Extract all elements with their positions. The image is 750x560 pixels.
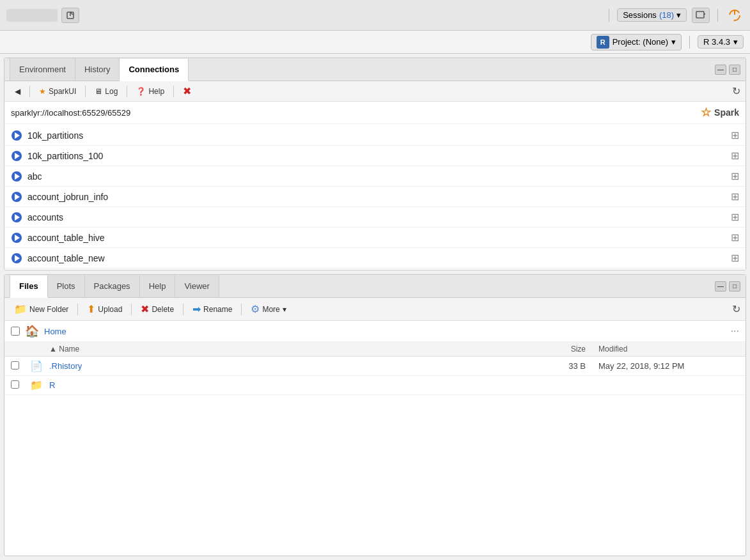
more-label: More (262, 305, 279, 314)
breadcrumb-more-icon[interactable]: ··· (731, 325, 739, 337)
refresh-icon[interactable]: ↻ (732, 85, 740, 97)
upload-label: Upload (98, 305, 122, 314)
sessions-button[interactable]: Sessions (18) ▾ (617, 8, 687, 22)
table-row[interactable]: account_table_new ⊞ (4, 248, 746, 268)
files-sep-2 (131, 304, 132, 315)
r-version-button[interactable]: R 3.4.3 ▾ (698, 35, 744, 49)
bottom-maximize-btn[interactable]: □ (729, 281, 740, 292)
toolbar-sep-1 (29, 86, 30, 97)
svg-rect-3 (696, 12, 704, 18)
grid-icon: ⊞ (731, 231, 739, 244)
top-panel: Environment History Connections — □ ◀ ★ … (4, 58, 746, 270)
play-icon (11, 191, 22, 203)
file-name-1[interactable]: .Rhistory (49, 361, 535, 371)
header-name[interactable]: ▲ Name (49, 345, 535, 354)
file-name-2[interactable]: R (49, 380, 535, 390)
project-bar: R Project: (None) ▾ R 3.4.3 ▾ (0, 31, 750, 54)
tab-plots[interactable]: Plots (48, 275, 85, 297)
files-sep-3 (183, 304, 184, 315)
bottom-minimize-btn[interactable]: — (715, 281, 726, 292)
toolbar-sep-4 (173, 86, 174, 97)
home-icon: 🏠 (25, 324, 39, 338)
maximize-btn[interactable]: □ (729, 65, 740, 75)
tab-files[interactable]: Files (10, 276, 48, 298)
r-version-dropdown-icon: ▾ (733, 37, 738, 47)
sessions-count: (18) (659, 10, 674, 20)
tab-help[interactable]: Help (140, 275, 176, 297)
spark-star-icon: ☆ (701, 105, 711, 120)
connection-bar: sparklyr://localhost:65529/65529 ☆ Spark (4, 102, 746, 124)
tab-history[interactable]: History (75, 58, 120, 81)
play-icon (11, 232, 22, 244)
sessions-dropdown-icon: ▾ (676, 10, 681, 20)
breadcrumb-bar: 🏠 Home ··· (4, 321, 746, 342)
disconnect-icon: ✖ (183, 85, 191, 97)
log-button[interactable]: 🖥 Log (90, 86, 123, 97)
table-row[interactable]: account_jobrun_info ⊞ (4, 187, 746, 207)
table-row[interactable]: account_table_hive ⊞ (4, 228, 746, 248)
sparkui-label: SparkUI (49, 87, 76, 96)
share-icon-btn[interactable] (61, 8, 79, 23)
file-table: ▲ Name Size Modified 📄 .Rhistory (4, 342, 746, 556)
grid-icon: ⊞ (731, 211, 739, 223)
tab-environment[interactable]: Environment (10, 58, 75, 81)
files-refresh-icon[interactable]: ↻ (732, 303, 740, 315)
new-folder-icon: 📁 (14, 303, 27, 315)
connection-url: sparklyr://localhost:65529/65529 (11, 108, 130, 118)
bottom-panel: Files Plots Packages Help Viewer — □ (4, 274, 746, 556)
help-button[interactable]: ❓ Help (131, 86, 169, 97)
r-badge: R (597, 36, 609, 49)
sparkui-button[interactable]: ★ SparkUI (34, 86, 81, 97)
upload-button[interactable]: ⬆ Upload (82, 302, 127, 316)
separator-1 (609, 9, 609, 22)
project-label: Project: (None) (613, 37, 668, 47)
table-row[interactable]: abc ⊞ (4, 166, 746, 187)
header-size: Size (535, 345, 598, 354)
help-icon: ❓ (136, 87, 146, 96)
panels-container: Environment History Connections — □ ◀ ★ … (0, 54, 750, 560)
grid-icon: ⊞ (731, 170, 739, 182)
new-folder-button[interactable]: 📁 New Folder (10, 302, 73, 316)
tab-packages[interactable]: Packages (85, 275, 140, 297)
file-row[interactable]: 📄 .Rhistory 33 B May 22, 2018, 9:12 PM (4, 357, 746, 376)
project-button[interactable]: R Project: (None) ▾ (591, 34, 682, 51)
log-icon: 🖥 (95, 87, 102, 96)
spark-text: Spark (714, 107, 739, 118)
files-sep-1 (77, 304, 78, 315)
sort-arrow: ▲ (49, 345, 59, 354)
home-breadcrumb[interactable]: Home (44, 327, 66, 336)
grid-icon: ⊞ (731, 150, 739, 162)
file-checkbox-1[interactable] (11, 361, 30, 371)
grid-icon: ⊞ (731, 191, 739, 203)
back-icon: ◀ (15, 87, 20, 96)
rename-icon: ➡ (192, 303, 201, 315)
sparkui-icon: ★ (39, 87, 46, 96)
table-row[interactable]: accounts ⊞ (4, 207, 746, 228)
bottom-tabs-row: Files Plots Packages Help Viewer — □ (4, 275, 746, 298)
play-icon (11, 253, 22, 264)
disconnect-button[interactable]: ✖ (178, 84, 196, 98)
bottom-panel-controls: — □ (715, 281, 740, 292)
table-row[interactable]: 10k_partitions ⊞ (4, 125, 746, 146)
rename-button[interactable]: ➡ Rename (188, 302, 237, 316)
power-button[interactable] (726, 6, 744, 24)
header-modified: Modified (598, 345, 739, 354)
select-all-checkbox[interactable] (11, 327, 20, 336)
file-row[interactable]: 📁 R (4, 376, 746, 395)
panel-controls: — □ (715, 65, 740, 75)
back-button[interactable]: ◀ (10, 86, 26, 97)
new-folder-label: New Folder (29, 305, 68, 314)
file-checkbox-2[interactable] (11, 380, 30, 391)
table-name: account_table_new (27, 253, 105, 263)
tab-viewer[interactable]: Viewer (175, 275, 219, 297)
delete-button[interactable]: ✖ Delete (136, 302, 178, 316)
table-row[interactable]: 10k_partitions_100 ⊞ (4, 146, 746, 166)
r-version-label: R 3.4.3 (703, 37, 730, 47)
toolbar-sep-2 (85, 86, 86, 97)
more-button[interactable]: ⚙ More ▾ (246, 302, 290, 316)
separator-project (689, 36, 690, 49)
tab-connections[interactable]: Connections (120, 59, 189, 81)
minimize-btn[interactable]: — (715, 65, 726, 75)
file-size-1: 33 B (535, 361, 598, 371)
new-session-btn[interactable] (692, 8, 710, 23)
